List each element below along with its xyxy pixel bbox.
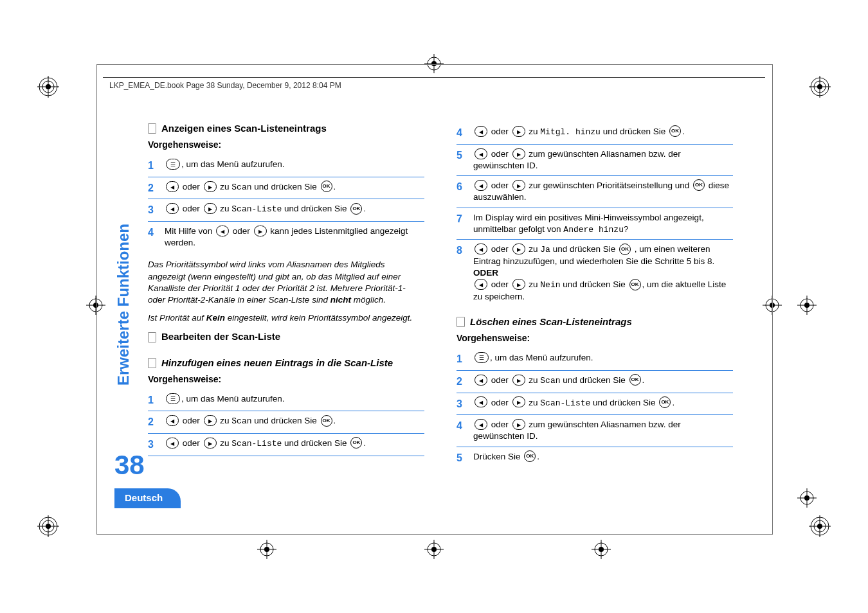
step-d4: 4 oder zum gewünschten Aliasnamen bzw. d… <box>457 415 733 447</box>
ok-button-icon <box>693 179 705 191</box>
left-button-icon <box>475 180 487 191</box>
ok-button-icon <box>619 244 631 255</box>
heading-text: Anzeigen eines Scan-Listeneintrags <box>161 122 327 135</box>
ok-button-icon <box>659 396 671 408</box>
svg-point-51 <box>804 495 809 501</box>
right-button-icon <box>512 148 525 159</box>
step-number: 2 <box>457 375 466 389</box>
step-number: 3 <box>148 203 157 217</box>
step-number: 2 <box>148 415 157 429</box>
procedure-label: Vorgehensweise: <box>148 373 424 386</box>
svg-point-39 <box>264 547 269 552</box>
svg-point-47 <box>804 303 809 308</box>
step-d2: 2 oder zu Scan und drücken Sie . <box>457 371 733 393</box>
step-number: 1 <box>148 393 157 407</box>
ok-button-icon <box>629 279 641 290</box>
heading-add-entry: Hinzufügen eines neuen Eintrags in die S… <box>148 357 424 369</box>
ok-button-icon <box>629 374 641 386</box>
heading-text: Löschen eines Scan-Listeneintrags <box>470 315 632 328</box>
heading-edit-scan-list: Bearbeiten der Scan-Liste <box>148 330 424 343</box>
step-d5: 5 Drücken Sie . <box>457 447 733 469</box>
heading-text: Bearbeiten der Scan-Liste <box>161 330 280 343</box>
step-r5: 5 oder zum gewünschten Aliasnamen bzw. d… <box>457 145 733 176</box>
header-text: LKP_EMEA_DE.book Page 38 Sunday, Decembe… <box>109 81 341 90</box>
heading-text: Hinzufügen eines neuen Eintrags in die S… <box>161 357 393 369</box>
step-r7: 7 Im Display wird ein positives Mini-Hin… <box>457 208 733 240</box>
right-button-icon <box>204 203 217 214</box>
crosshair-icon <box>797 296 817 315</box>
right-button-icon <box>204 181 217 192</box>
right-button-icon <box>204 415 217 426</box>
ok-button-icon <box>321 181 332 192</box>
ok-button-icon <box>350 203 362 215</box>
heading-view-scan-entry: Anzeigen eines Scan-Listeneintrags <box>148 122 424 135</box>
left-button-icon <box>475 148 487 159</box>
step-b3: 3 oder zu Scan-Liste und drücken Sie . <box>148 434 424 456</box>
right-button-icon <box>512 180 525 191</box>
step-number: 8 <box>457 244 466 258</box>
ok-button-icon <box>669 125 681 137</box>
left-button-icon <box>475 279 487 290</box>
left-button-icon <box>475 126 487 137</box>
step-b1: 1 , um das Menü aufzurufen. <box>148 389 424 412</box>
step-number: 3 <box>148 438 157 452</box>
page-icon <box>148 123 156 134</box>
registration-mark-icon <box>809 76 831 98</box>
step-number: 6 <box>457 180 466 194</box>
step-number: 7 <box>457 212 466 226</box>
note-priority: Das Prioritätssymbol wird links vom Alia… <box>148 259 424 306</box>
left-button-icon <box>166 203 179 214</box>
crosshair-icon <box>797 488 817 508</box>
or-label: ODER <box>473 268 498 278</box>
language-tab: Deutsch <box>114 488 181 508</box>
right-button-icon <box>512 396 525 407</box>
step-r8: 8 oder zu Ja und drücken Sie , um einen … <box>457 240 733 306</box>
right-button-icon <box>512 375 525 386</box>
step-d3: 3 oder zu Scan-Liste und drücken Sie . <box>457 393 733 416</box>
sidebar-section-title: Erweiterte Funktionen <box>114 224 132 386</box>
step-number: 4 <box>148 226 157 240</box>
svg-point-35 <box>431 547 437 552</box>
page-icon <box>148 358 156 368</box>
page-icon <box>148 332 156 342</box>
left-button-icon <box>166 415 179 426</box>
step-number: 1 <box>148 159 157 173</box>
left-button-icon <box>475 244 487 254</box>
left-button-icon <box>475 375 487 386</box>
left-button-icon <box>475 419 487 430</box>
header-rule <box>103 77 765 78</box>
procedure-label: Vorgehensweise: <box>457 332 733 344</box>
step-3: 3 oder zu Scan-Liste und drücken Sie . <box>148 199 424 222</box>
right-button-icon <box>512 244 525 254</box>
left-button-icon <box>216 226 229 236</box>
note-kein: Ist Priorität auf Kein eingestellt, wird… <box>148 312 424 324</box>
menu-button-icon <box>166 393 180 404</box>
page-number: 38 <box>114 450 145 481</box>
heading-delete-entry: Löschen eines Scan-Listeneintrags <box>457 315 733 328</box>
crosshair-icon <box>257 540 276 559</box>
step-2: 2 oder zu Scan und drücken Sie . <box>148 177 424 200</box>
right-button-icon <box>254 226 267 236</box>
left-column: Anzeigen eines Scan-Listeneintrags Vorge… <box>148 122 424 468</box>
crosshair-icon <box>424 540 444 559</box>
step-r6: 6 oder zur gewünschten Prioritätseinstel… <box>457 176 733 208</box>
registration-mark-icon <box>37 76 59 98</box>
ok-button-icon <box>524 450 536 462</box>
step-1: 1 , um das Menü aufzurufen. <box>148 155 424 177</box>
right-button-icon <box>512 419 525 430</box>
ok-button-icon <box>321 415 332 427</box>
step-number: 2 <box>148 181 157 195</box>
procedure-label: Vorgehensweise: <box>148 139 424 151</box>
right-button-icon <box>512 126 525 137</box>
step-number: 4 <box>457 419 466 433</box>
left-button-icon <box>475 396 487 407</box>
svg-point-43 <box>599 547 604 552</box>
left-button-icon <box>166 181 179 192</box>
step-r4: 4 oder zu Mitgl. hinzu und drücken Sie . <box>457 122 733 145</box>
step-number: 1 <box>457 352 466 366</box>
right-column: 4 oder zu Mitgl. hinzu und drücken Sie .… <box>457 122 733 468</box>
step-number: 4 <box>457 126 466 140</box>
page-icon <box>457 317 465 327</box>
step-number: 5 <box>457 148 466 163</box>
step-4: 4 Mit Hilfe von oder kann jedes Listenmi… <box>148 222 424 253</box>
